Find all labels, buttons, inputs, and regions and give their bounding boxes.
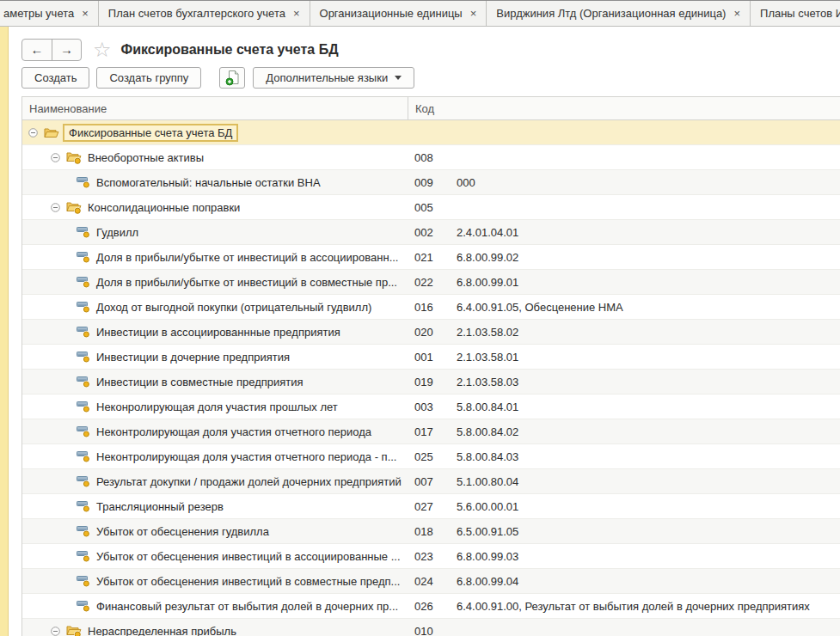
row-name-cell: Убыток от обесценения гудвилла <box>22 525 408 538</box>
table-row[interactable]: Доход от выгодной покупки (отрицательный… <box>22 295 840 320</box>
table-row[interactable]: Неконролирующая доля участия прошлых лет… <box>22 394 840 419</box>
collapse-minus-icon[interactable] <box>28 128 38 138</box>
create-by-copy-button[interactable] <box>219 67 245 89</box>
account-item-icon <box>77 226 90 238</box>
account-item-icon <box>77 376 90 388</box>
row-name: Убыток от обесценения инвестиций в ассоц… <box>96 550 401 563</box>
row-code: 002 <box>408 226 450 239</box>
row-name: Неконтролирующая доля участия отчетного … <box>96 425 371 438</box>
row-extra: 6.4.00.91.00, Результат от выбытия долей… <box>450 600 840 613</box>
row-extra: 5.8.00.84.01 <box>450 401 840 413</box>
row-name: Результат докупки / продажи долей дочерн… <box>96 475 402 488</box>
table-row[interactable]: Фиксированные счета учета БД <box>22 120 840 145</box>
tab-label: Организационные единицы <box>320 7 463 20</box>
row-extra: 5.8.00.84.03 <box>450 450 840 463</box>
chevron-down-icon <box>395 76 402 80</box>
tab-close-icon[interactable]: × <box>293 8 300 19</box>
row-code: 025 <box>408 450 450 463</box>
row-code: 019 <box>408 376 450 388</box>
row-code: 022 <box>408 276 450 289</box>
row-code: 009 <box>408 176 450 189</box>
row-name-cell: Инвестиции в дочерние предприятия <box>22 351 408 364</box>
row-name-cell: Гудвилл <box>22 226 408 239</box>
row-name-cell: Результат докупки / продажи долей дочерн… <box>22 475 408 488</box>
create-button[interactable]: Создать <box>21 67 89 89</box>
account-item-icon <box>77 301 90 313</box>
row-extra: 6.5.00.91.05 <box>450 525 840 538</box>
collapse-minus-icon[interactable] <box>51 153 60 162</box>
table-row[interactable]: Консолидационные поправки 005 <box>22 195 840 220</box>
row-code: 001 <box>408 351 450 364</box>
account-item-icon <box>77 575 90 587</box>
table-row[interactable]: Доля в прибыли/убытке от инвестиций в ас… <box>22 245 840 270</box>
row-name-cell: Доход от выгодной покупки (отрицательный… <box>22 301 408 314</box>
document-plus-icon <box>225 70 240 86</box>
row-extra: 6.8.00.99.04 <box>450 575 840 588</box>
create-group-button[interactable]: Создать группу <box>96 67 201 89</box>
table-row[interactable]: Убыток от обесценения инвестиций в совме… <box>22 569 840 594</box>
row-name: Неконролирующая доля участия прошлых лет <box>96 401 338 413</box>
tab-label: аметры учета <box>3 7 74 20</box>
row-extra: 6.8.00.99.03 <box>450 550 840 563</box>
account-item-icon <box>77 525 90 537</box>
table-row[interactable]: Доля в прибыли/убытке от инвестиций в со… <box>22 270 840 295</box>
forward-button[interactable]: → <box>52 40 81 60</box>
row-name: Неконтролирующая доля участия отчетного … <box>96 450 396 463</box>
tab[interactable]: Планы счетов ИБ × <box>751 1 840 26</box>
row-name: Консолидационные поправки <box>88 201 240 214</box>
account-item-icon <box>77 425 90 437</box>
account-item-icon <box>77 326 90 338</box>
table-row[interactable]: Убыток от обесценения гудвилла 018 6.5.0… <box>22 519 840 544</box>
navigation-row: ← → ☆ Фиксированные счета учета БД <box>21 38 339 61</box>
table-row[interactable]: Инвестиции в совместные предприятия 019 … <box>22 370 840 394</box>
account-item-icon <box>77 450 90 462</box>
row-name: Фиксированные счета учета БД <box>63 124 238 142</box>
row-name: Доля в прибыли/убытке от инвестиций в ас… <box>96 251 398 264</box>
row-extra: 000 <box>450 176 840 189</box>
table-row[interactable]: Внеоборотные активы 008 <box>22 145 840 170</box>
account-item-icon <box>77 500 90 512</box>
row-name-cell: Неконролирующая доля участия прошлых лет <box>22 401 408 413</box>
row-extra: 5.6.00.00.01 <box>450 500 840 513</box>
tab[interactable]: Организационные единицы × <box>310 1 487 26</box>
row-code: 016 <box>408 301 450 314</box>
row-code: 007 <box>408 475 450 488</box>
row-name: Доля в прибыли/убытке от инвестиций в со… <box>96 276 397 289</box>
row-extra: 5.1.00.80.04 <box>450 475 840 488</box>
account-item-icon <box>77 251 90 263</box>
collapse-minus-icon[interactable] <box>51 203 60 212</box>
row-name-cell: Доля в прибыли/убытке от инвестиций в ас… <box>22 251 408 264</box>
table-row[interactable]: Инвестиции в дочерние предприятия 001 2.… <box>22 345 840 370</box>
table-row[interactable]: Вспомогательный: начальные остатки ВНА 0… <box>22 170 840 195</box>
row-name: Вспомогательный: начальные остатки ВНА <box>96 176 321 189</box>
table-row[interactable]: Результат докупки / продажи долей дочерн… <box>22 469 840 494</box>
tab-close-icon[interactable]: × <box>733 8 740 19</box>
table-row[interactable]: Гудвилл 002 2.4.01.04.01 <box>22 220 840 245</box>
row-name: Трансляционный резерв <box>96 500 224 513</box>
tab-close-icon[interactable]: × <box>82 8 89 19</box>
table-row[interactable]: Неконтролирующая доля участия отчетного … <box>22 419 840 444</box>
tab[interactable]: аметры учета × <box>0 1 99 26</box>
tab[interactable]: План счетов бухгалтерского учета × <box>99 1 310 26</box>
table-row[interactable]: Финансовый результат от выбытия долей в … <box>22 594 840 619</box>
row-code: 020 <box>408 326 450 339</box>
account-item-icon <box>77 475 90 487</box>
row-code: 026 <box>408 600 450 613</box>
favorite-star-icon[interactable]: ☆ <box>93 39 112 61</box>
table-row[interactable]: Трансляционный резерв 027 5.6.00.00.01 <box>22 494 840 519</box>
tab-close-icon[interactable]: × <box>470 8 477 19</box>
tab[interactable]: Вирджиния Лтд (Организационная единица) … <box>487 1 751 26</box>
table-row[interactable]: Убыток от обесценения инвестиций в ассоц… <box>22 544 840 569</box>
table-row[interactable]: Неконтролирующая доля участия отчетного … <box>22 444 840 469</box>
additional-languages-button[interactable]: Дополнительные языки <box>253 67 414 89</box>
table-row[interactable]: Нераспределенная прибыль 010 <box>22 619 840 636</box>
column-header-name[interactable]: Наименование <box>22 97 408 119</box>
tab-bar: аметры учета × План счетов бухгалтерског… <box>0 0 840 27</box>
column-header-code[interactable]: Код <box>408 97 840 119</box>
table-row[interactable]: Инвестиции в ассоциированнные предприяти… <box>22 320 840 345</box>
row-code: 017 <box>408 425 450 438</box>
collapse-minus-icon[interactable] <box>51 627 60 636</box>
back-button[interactable]: ← <box>22 40 52 60</box>
additional-languages-label: Дополнительные языки <box>266 71 388 84</box>
row-code: 010 <box>408 625 450 636</box>
